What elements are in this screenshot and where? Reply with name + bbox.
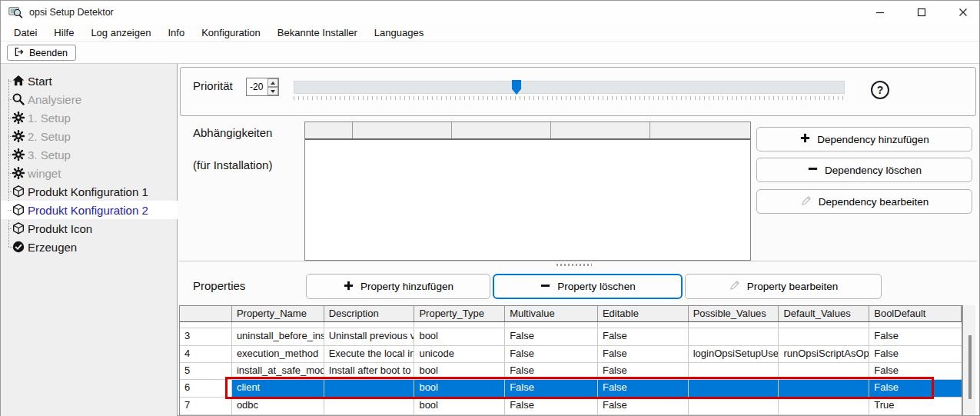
close-button[interactable] — [953, 3, 973, 22]
table-row[interactable]: 3 uninstall_before_insta Uninstall previ… — [180, 328, 962, 346]
menu-bekannte-installer[interactable]: Bekannte Installer — [271, 25, 364, 40]
property-edit-button[interactable]: Property bearbeiten — [685, 274, 882, 299]
menu-log-anzeigen[interactable]: Log anzeigen — [84, 25, 158, 40]
section-divider — [179, 261, 977, 261]
table-row[interactable]: 7 odbc bool False False True — [180, 398, 962, 415]
dependency-add-button[interactable]: Dependency hinzufügen — [756, 127, 972, 151]
scrollbar-thumb[interactable] — [968, 335, 972, 399]
plus-icon — [343, 280, 354, 294]
property-delete-label: Property löschen — [557, 281, 635, 292]
menu-hilfe[interactable]: Hilfe — [47, 25, 81, 40]
priority-spinbox — [246, 78, 279, 96]
check-circle-icon — [12, 240, 25, 254]
package-icon — [12, 203, 25, 217]
exit-icon — [13, 46, 25, 60]
sidebar-item-label: Produkt Icon — [28, 222, 92, 235]
triangle-down-icon — [271, 90, 275, 93]
sidebar-item-label: Produkt Konfiguration 1 — [28, 185, 148, 198]
app-window: opsi Setup Detektor Datei Hilfe Log anze… — [0, 0, 980, 416]
sidebar-item-label: winget — [28, 167, 61, 180]
splitter-handle[interactable] — [556, 264, 592, 266]
property-edit-label: Property bearbeiten — [747, 281, 839, 292]
dependency-delete-label: Dependency löschen — [825, 165, 922, 176]
menu-konfiguration[interactable]: Konfiguration — [194, 25, 267, 40]
spin-up-button[interactable] — [267, 78, 278, 87]
property-delete-button[interactable]: Property löschen — [493, 274, 683, 299]
table-row[interactable]: 4 execution_method Execute the local ins… — [180, 346, 962, 363]
quit-button-label: Beenden — [29, 48, 68, 58]
dependencies-title: Abhängigkeiten — [193, 126, 272, 139]
table-row[interactable]: 5 install_at_safe_mode_b Install after b… — [180, 363, 962, 380]
menu-info[interactable]: Info — [161, 25, 191, 40]
sidebar-item-setup-3[interactable]: 3. Setup — [1, 145, 178, 164]
priority-panel: Priorität ? — [180, 67, 976, 116]
menu-bar: Datei Hilfe Log anzeigen Info Konfigurat… — [1, 24, 979, 42]
quit-button[interactable]: Beenden — [7, 45, 76, 61]
sidebar-item-erzeugen[interactable]: Erzeugen — [1, 238, 178, 256]
dependency-delete-button[interactable]: Dependency löschen — [756, 158, 972, 182]
sidebar-item-produkt-konfiguration-1[interactable]: Produkt Konfiguration 1 — [1, 182, 178, 201]
table-row-partial[interactable] — [180, 322, 962, 328]
dependency-add-label: Dependency hinzufügen — [817, 134, 929, 145]
priority-label: Priorität — [193, 79, 233, 92]
app-icon — [8, 6, 23, 18]
gear-icon — [12, 148, 25, 161]
menu-languages[interactable]: Languages — [367, 25, 430, 40]
priority-slider-track[interactable] — [294, 81, 845, 94]
sidebar-item-produkt-konfiguration-2[interactable]: Produkt Konfiguration 2 — [1, 201, 178, 219]
minimize-button[interactable] — [870, 3, 890, 22]
title-bar: opsi Setup Detektor — [1, 1, 979, 24]
gear-icon — [12, 166, 25, 180]
sidebar-item-setup-1[interactable]: 1. Setup — [1, 108, 178, 127]
plus-icon — [799, 132, 811, 146]
vertical-scrollbar[interactable] — [962, 305, 975, 415]
window-title: opsi Setup Detektor — [29, 7, 114, 18]
sidebar-item-label: Analysiere — [28, 93, 81, 106]
menu-datei[interactable]: Datei — [7, 25, 44, 40]
sidebar-item-label: Start — [28, 75, 52, 88]
sidebar-item-label: 3. Setup — [28, 148, 71, 161]
priority-help-icon[interactable]: ? — [871, 81, 889, 99]
minus-icon — [807, 163, 819, 177]
dependencies-subtitle: (für Installation) — [193, 158, 272, 171]
dependencies-table[interactable] — [304, 121, 751, 261]
toolbar: Beenden ? — [1, 42, 979, 64]
search-icon — [12, 92, 25, 106]
slider-tick-marks — [294, 96, 845, 100]
package-icon — [12, 221, 25, 235]
pencil-icon — [800, 195, 812, 209]
gear-icon — [12, 129, 25, 143]
sidebar-item-winget[interactable]: winget — [1, 164, 178, 182]
package-icon — [12, 185, 25, 198]
properties-title: Properties — [193, 279, 245, 292]
dependency-edit-label: Dependency bearbeiten — [819, 196, 929, 208]
sidebar-item-analysiere[interactable]: Analysiere — [1, 90, 178, 108]
gear-icon — [12, 111, 25, 125]
dependency-edit-button[interactable]: Dependency bearbeiten — [756, 189, 972, 214]
priority-input[interactable] — [247, 78, 267, 95]
properties-table-header: Property_Name Description Property_Type … — [180, 306, 962, 322]
sidebar: Start Analysiere 1. Setup 2. Setup 3. Se… — [1, 64, 178, 416]
property-add-button[interactable]: Property hinzufügen — [306, 274, 490, 299]
maximize-button[interactable] — [912, 3, 932, 22]
sidebar-item-label: 1. Setup — [28, 111, 71, 125]
properties-table: Property_Name Description Property_Type … — [179, 305, 962, 415]
property-add-label: Property hinzufügen — [360, 281, 453, 292]
triangle-up-icon — [271, 82, 275, 85]
sidebar-item-label: Erzeugen — [28, 241, 77, 254]
sidebar-item-start[interactable]: Start — [1, 72, 178, 90]
spin-down-button[interactable] — [267, 87, 278, 95]
home-icon — [12, 74, 25, 88]
table-row-selected[interactable]: 6 client bool False False False — [180, 380, 962, 398]
pencil-icon — [729, 279, 741, 294]
sidebar-item-label: Produkt Konfiguration 2 — [28, 204, 148, 217]
minus-icon — [540, 280, 551, 294]
sidebar-item-produkt-icon[interactable]: Produkt Icon — [1, 219, 178, 238]
sidebar-item-label: 2. Setup — [28, 130, 71, 143]
dependencies-table-header — [305, 122, 750, 140]
sidebar-item-setup-2[interactable]: 2. Setup — [1, 127, 178, 145]
